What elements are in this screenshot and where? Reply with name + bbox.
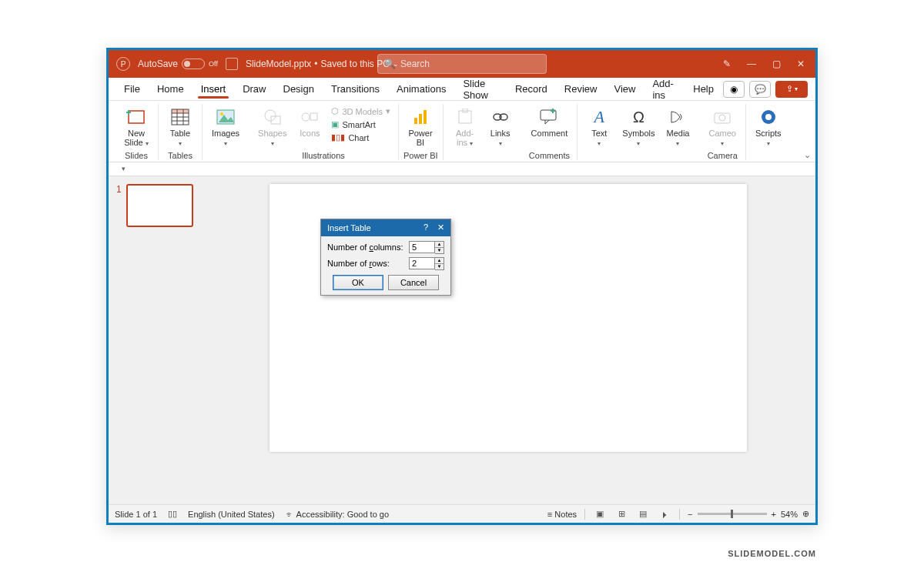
close-button[interactable]: ✕ bbox=[795, 59, 806, 69]
tab-view[interactable]: View bbox=[606, 80, 643, 98]
help-button[interactable]: ? bbox=[424, 222, 428, 232]
powerpoint-icon: P bbox=[116, 57, 130, 71]
ok-button[interactable]: OK bbox=[333, 275, 383, 290]
group-comments-label: Comments bbox=[527, 149, 573, 160]
media-button[interactable]: Media▾ bbox=[661, 104, 695, 149]
cancel-button[interactable]: Cancel bbox=[388, 275, 439, 290]
slideshow-view-button[interactable]: ⏵ bbox=[658, 509, 671, 520]
menu-tabs: File Home Insert Draw Design Transitions… bbox=[109, 78, 815, 101]
slide-counter[interactable]: Slide 1 of 1 bbox=[115, 510, 157, 519]
zoom-in-button[interactable]: + bbox=[772, 510, 776, 519]
zoom-out-button[interactable]: − bbox=[688, 510, 692, 519]
icons-button[interactable]: Icons bbox=[293, 104, 326, 139]
tab-animations[interactable]: Animations bbox=[389, 80, 454, 98]
tab-draw[interactable]: Draw bbox=[235, 80, 273, 98]
zoom-level[interactable]: 54% bbox=[781, 510, 798, 519]
cameo-icon bbox=[711, 107, 733, 127]
save-icon[interactable] bbox=[226, 58, 238, 70]
autosave-label: AutoSave bbox=[138, 59, 178, 69]
document-title[interactable]: SlideModel.pptx • Saved to this PC ⌄ bbox=[246, 59, 399, 69]
tab-review[interactable]: Review bbox=[557, 80, 605, 98]
images-button[interactable]: Images▾ bbox=[207, 104, 244, 149]
images-icon bbox=[215, 107, 236, 127]
comment-icon bbox=[538, 107, 560, 127]
zoom-slider[interactable] bbox=[698, 513, 767, 515]
smartart-button[interactable]: ▣SmartArt bbox=[328, 119, 393, 130]
table-button[interactable]: Table▾ bbox=[163, 104, 197, 149]
tab-transitions[interactable]: Transitions bbox=[323, 80, 387, 98]
sorter-view-button[interactable]: ⊞ bbox=[614, 509, 628, 520]
columns-input[interactable] bbox=[409, 241, 435, 253]
autosave-toggle[interactable]: AutoSave Off bbox=[138, 59, 218, 69]
smartart-icon: ▣ bbox=[331, 119, 339, 129]
shapes-button[interactable]: Shapes▾ bbox=[253, 104, 291, 149]
chart-icon: ▮▯▮ bbox=[331, 132, 345, 142]
minimize-button[interactable]: — bbox=[746, 59, 757, 69]
notes-button[interactable]: ≡ Notes bbox=[547, 510, 577, 519]
chart-button[interactable]: ▮▯▮Chart bbox=[328, 132, 393, 143]
tab-slideshow[interactable]: Slide Show bbox=[455, 75, 506, 104]
normal-view-button[interactable]: ▣ bbox=[593, 509, 607, 520]
shapes-icon bbox=[262, 107, 283, 127]
dialog-titlebar[interactable]: Insert Table ? ✕ bbox=[321, 219, 450, 236]
close-icon[interactable]: ✕ bbox=[437, 222, 444, 232]
powerbi-icon bbox=[410, 107, 431, 127]
comments-button[interactable]: 💬 bbox=[749, 81, 771, 98]
new-slide-button[interactable]: New Slide ▾ bbox=[119, 104, 153, 149]
share-button[interactable]: ⇪ ▾ bbox=[775, 81, 808, 98]
tab-home[interactable]: Home bbox=[149, 80, 192, 98]
table-icon bbox=[169, 107, 191, 127]
media-icon bbox=[667, 107, 688, 127]
tab-addins[interactable]: Add-ins bbox=[644, 75, 684, 104]
svg-rect-16 bbox=[310, 113, 317, 120]
fit-to-window-button[interactable]: ⊕ bbox=[802, 509, 809, 519]
rows-input[interactable] bbox=[409, 257, 435, 269]
symbols-button[interactable]: Ω Symbols▾ bbox=[618, 104, 659, 149]
svg-point-15 bbox=[302, 113, 310, 121]
autosave-state: Off bbox=[209, 60, 218, 68]
tab-insert[interactable]: Insert bbox=[193, 80, 234, 98]
pen-icon[interactable]: ✎ bbox=[721, 59, 732, 69]
svg-rect-9 bbox=[172, 109, 189, 113]
addins-button[interactable]: Add- ins ▾ bbox=[448, 104, 482, 149]
columns-spinner[interactable]: ▲▼ bbox=[435, 241, 444, 254]
ribbon-collapse-button[interactable]: ⌄ bbox=[804, 150, 811, 160]
book-icon[interactable]: ▯▯ bbox=[168, 509, 177, 519]
link-icon bbox=[490, 107, 511, 127]
maximize-button[interactable]: ▢ bbox=[771, 59, 782, 69]
scripts-button[interactable]: Scripts▾ bbox=[751, 104, 786, 149]
addins-icon bbox=[454, 107, 476, 127]
omega-icon: Ω bbox=[628, 107, 649, 127]
rows-spinner[interactable]: ▲▼ bbox=[435, 257, 444, 270]
tab-record[interactable]: Record bbox=[507, 80, 555, 98]
language-status[interactable]: English (United States) bbox=[188, 510, 275, 519]
svg-point-12 bbox=[220, 112, 223, 115]
reading-view-button[interactable]: ▤ bbox=[636, 509, 650, 520]
cameo-button[interactable]: Cameo▾ bbox=[704, 104, 740, 149]
svg-point-13 bbox=[265, 110, 276, 121]
comment-button[interactable]: Comment bbox=[527, 104, 573, 139]
ribbon-insert: New Slide ▾ Slides Table▾ Tables Images▾ bbox=[109, 101, 815, 162]
tab-file[interactable]: File bbox=[116, 80, 148, 98]
text-button[interactable]: A Text▾ bbox=[582, 104, 616, 149]
watermark: SLIDEMODEL.COM bbox=[728, 549, 816, 558]
tab-design[interactable]: Design bbox=[276, 80, 322, 98]
powerbi-button[interactable]: Power BI bbox=[403, 104, 437, 149]
search-input[interactable]: 🔍 Search bbox=[377, 54, 547, 74]
tab-help[interactable]: Help bbox=[685, 80, 721, 98]
insert-table-dialog: Insert Table ? ✕ Number of columns: ▲▼ bbox=[320, 219, 451, 296]
record-camera-button[interactable]: ◉ bbox=[723, 81, 745, 98]
qat-dropdown[interactable]: ▾ bbox=[118, 164, 129, 173]
toggle-icon[interactable] bbox=[182, 59, 205, 69]
svg-rect-18 bbox=[419, 114, 422, 124]
slide-thumbnail-1[interactable] bbox=[126, 184, 193, 227]
3d-models-button[interactable]: ⬡3D Models ▾ bbox=[328, 105, 393, 117]
slide-thumbnail-panel[interactable]: 1 bbox=[109, 176, 201, 504]
svg-rect-19 bbox=[424, 110, 427, 124]
accessibility-status[interactable]: ᯤ Accessibility: Good to go bbox=[286, 510, 390, 519]
status-bar: Slide 1 of 1 ▯▯ English (United States) … bbox=[109, 504, 815, 523]
zoom-control[interactable]: − + 54% ⊕ bbox=[688, 509, 809, 519]
links-button[interactable]: Links▾ bbox=[484, 104, 517, 149]
cube-icon: ⬡ bbox=[331, 106, 339, 116]
svg-rect-17 bbox=[414, 118, 417, 124]
